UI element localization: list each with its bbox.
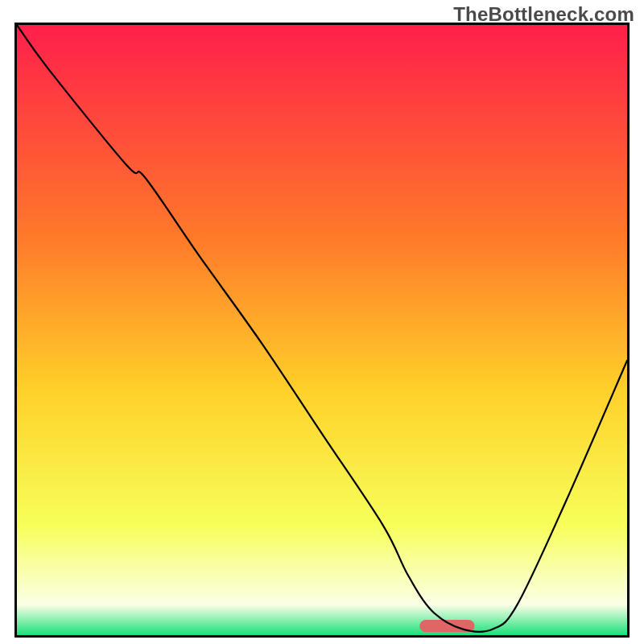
figure-frame: TheBottleneck.com [0,0,644,644]
plot-area [14,23,630,638]
bottleneck-plot [17,25,627,635]
gradient-background [17,25,627,635]
